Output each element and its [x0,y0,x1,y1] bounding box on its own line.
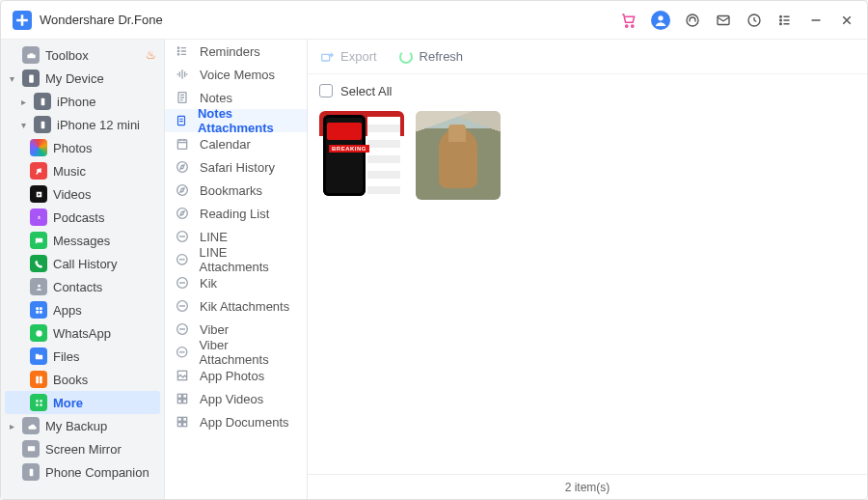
sidebar-item-whatsapp[interactable]: WhatsApp [1,321,164,345]
svg-point-13 [38,284,41,287]
sidebar-item-contacts[interactable]: Contacts [1,275,164,298]
sidebar-item-my-backup[interactable]: ▸ My Backup [1,414,164,437]
feedback-icon[interactable] [715,12,732,29]
category-item-app-videos[interactable]: App Videos [165,387,307,410]
account-icon[interactable] [651,11,670,30]
sidebar-item-toolbox[interactable]: Toolbox ♨ [1,43,164,67]
sidebar-item-call-history[interactable]: Call History [1,252,164,275]
phone-companion-icon [22,463,40,481]
hot-icon: ♨ [146,48,156,62]
category-label: Kik [200,276,217,291]
sidebar-item-label: Toolbox [45,48,140,63]
menu-icon[interactable] [776,12,794,29]
sidebar-item-videos[interactable]: Videos [1,182,164,206]
sidebar-item-label: Apps [53,303,156,318]
category-item-reminders[interactable]: Reminders [165,40,307,63]
svg-point-41 [183,260,184,261]
category-label: Reading List [200,207,269,221]
select-all-row: Select All [308,74,867,107]
refresh-button[interactable]: Refresh [398,49,464,65]
category-item-kik[interactable]: Kik [165,271,307,294]
svg-point-40 [181,260,182,261]
category-item-kik-attachments[interactable]: Kik Attachments [165,294,307,318]
sidebar-item-my-device[interactable]: ▾ My Device [1,67,164,90]
music-icon [30,162,47,180]
close-button[interactable] [838,12,855,29]
refresh-icon [398,49,414,65]
svg-point-49 [184,306,185,307]
category-label: LINE [200,230,228,244]
svg-point-55 [179,352,180,353]
svg-rect-65 [177,423,181,427]
sidebar-item-device-iphone12mini[interactable]: ▾ iPhone 12 mini [1,113,164,136]
sidebar-item-podcasts[interactable]: Podcasts [1,206,164,229]
category-item-voice-memos[interactable]: Voice Memos [165,63,307,86]
category-label: Voice Memos [200,68,275,82]
sidebar-item-device-iphone[interactable]: ▸ iPhone [1,90,164,113]
svg-rect-14 [36,307,39,310]
category-item-reading-list[interactable]: Reading List [165,202,307,225]
category-label: App Documents [200,415,289,430]
minimize-button[interactable] [807,12,825,29]
status-bar: 2 item(s) [308,474,867,499]
sidebar-item-label: Screen Mirror [45,442,156,457]
svg-point-53 [184,329,185,330]
category-label: Notes Attachments [198,106,297,135]
sidebar-item-books[interactable]: Books [1,368,164,391]
sidebar-item-photos[interactable]: Photos [1,136,164,159]
sidebar-item-label: Videos [53,187,156,202]
sidebar-item-messages[interactable]: Messages [1,229,164,252]
svg-point-2 [658,15,663,20]
category-item-app-documents[interactable]: App Documents [165,410,307,433]
screen-mirror-icon [22,440,40,458]
sidebar-item-apps[interactable]: Apps [1,298,164,321]
sidebar-item-music[interactable]: Music [1,159,164,182]
category-item-line-attachments[interactable]: LINE Attachments [165,248,307,271]
app-title: Wondershare Dr.Fone [40,13,163,27]
svg-point-1 [632,24,634,26]
device-icon [22,69,40,87]
toolbox-icon [22,46,40,64]
svg-point-52 [182,329,183,330]
svg-rect-21 [36,403,38,405]
chat-icon [175,298,190,314]
backup-icon [22,417,40,434]
thumbnail-badge: BREAKING [329,145,369,153]
svg-point-31 [177,162,188,173]
category-label: Viber Attachments [199,338,297,367]
history-icon[interactable] [746,12,763,29]
toolbar: Export Refresh [308,40,867,74]
category-item-app-photos[interactable]: App Photos [165,364,307,387]
phone-call-icon [30,255,47,272]
export-button[interactable]: Export [319,49,377,65]
category-item-viber-attachments[interactable]: Viber Attachments [165,341,307,364]
grid-icon [175,368,190,383]
category-item-calendar[interactable]: Calendar [165,132,307,155]
chat-icon [175,275,190,291]
category-label: LINE Attachments [200,245,297,274]
support-icon[interactable] [684,12,701,29]
category-item-safari-history[interactable]: Safari History [165,155,307,179]
sidebar-item-label: Files [53,349,156,364]
category-item-bookmarks[interactable]: Bookmarks [165,179,307,202]
sidebar-item-label: Phone Companion [45,465,156,480]
cart-icon[interactable] [620,12,637,29]
category-item-notes-attachments[interactable]: Notes Attachments [165,109,307,132]
sidebar-item-screen-mirror[interactable]: Screen Mirror [1,437,164,460]
svg-point-7 [780,19,782,21]
thumbnail-item[interactable] [416,111,501,200]
sidebar-item-more[interactable]: More [5,391,160,414]
sidebar-item-files[interactable]: Files [1,345,164,368]
sidebar-item-label: My Backup [45,419,156,433]
attachment-icon [175,113,188,128]
messages-icon [30,232,47,249]
refresh-label: Refresh [420,49,464,64]
sidebar-item-phone-companion[interactable]: Phone Companion [1,460,164,484]
select-all-checkbox[interactable] [319,84,333,97]
voice-icon [175,67,190,82]
sidebar: Toolbox ♨ ▾ My Device ▸ iPhone ▾ iPhone … [1,40,165,499]
svg-point-43 [180,283,181,284]
svg-rect-24 [29,468,33,475]
thumbnail-item[interactable]: BREAKING [319,111,404,200]
sidebar-item-label: Photos [53,141,156,155]
